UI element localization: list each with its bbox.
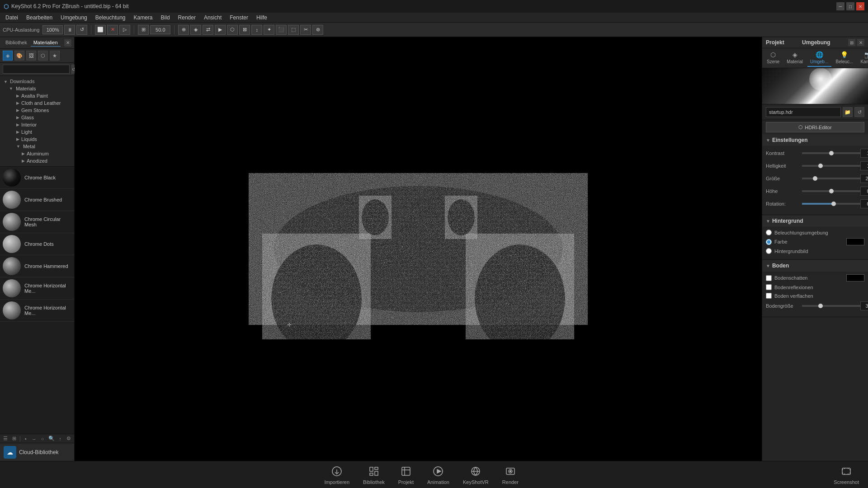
extra-btn-11[interactable]: ✂ [300, 25, 311, 35]
nav-bibliothek[interactable]: Bibliothek [363, 465, 385, 485]
render-btn-2[interactable]: ▷ [119, 25, 130, 35]
helligkeit-value[interactable] [860, 161, 868, 170]
cloud-library[interactable]: ☁ Cloud-Bibliothek [0, 443, 74, 461]
bodenverflachen-checkbox[interactable] [766, 293, 772, 299]
maximize-button[interactable]: □ [846, 2, 854, 10]
extra-btn-9[interactable]: ⬛ [276, 25, 287, 35]
hoehe-slider[interactable] [802, 190, 860, 192]
extra-btn-8[interactable]: ✦ [264, 25, 274, 35]
bodengroesse-value[interactable] [860, 301, 868, 310]
extra-btn-2[interactable]: ◈ [190, 25, 201, 35]
extra-btn-10[interactable]: ⬚ [288, 25, 299, 35]
tree-materials[interactable]: ▼ Materials [0, 85, 74, 92]
render-region-btn[interactable]: ⬜ [95, 25, 106, 35]
lib-icon-texture[interactable]: ⬡ [38, 51, 48, 61]
menu-kamera[interactable]: Kamera [130, 14, 156, 22]
farbe-radio[interactable] [766, 239, 772, 245]
rotation-slider[interactable] [802, 203, 860, 205]
hintergrundbild-radio[interactable] [766, 248, 772, 254]
small-icon[interactable]: • [23, 435, 28, 442]
extra-btn-4[interactable]: ▶ [215, 25, 226, 35]
right-tab-kamera[interactable]: 📷 Kamera [858, 49, 868, 67]
tree-root-downloads[interactable]: ▼ Downloads [0, 78, 74, 85]
medium-icon[interactable]: – [31, 435, 37, 442]
search-input[interactable] [3, 65, 70, 74]
tree-metal[interactable]: ▼ Metal [0, 143, 74, 150]
hdri-folder-btn[interactable]: 📁 [843, 107, 853, 117]
tree-light[interactable]: ▶ Light [0, 128, 74, 136]
right-tab-beleuc[interactable]: 💡 Beleuc... [833, 49, 856, 67]
beleuchtungsumgebung-radio[interactable] [766, 230, 772, 235]
right-tab-szene[interactable]: ⬡ Szene [764, 49, 782, 67]
thumb-chrome-horiz-2[interactable]: Chrome Horizontal Me... [0, 300, 74, 322]
extra-btn-1[interactable]: ⊕ [178, 25, 189, 35]
boden-header[interactable]: ▼ Boden [762, 260, 868, 272]
thumb-chrome-circular-mesh[interactable]: Chrome Circular Mesh [0, 211, 74, 233]
menu-hilfe[interactable]: Hilfe [253, 14, 271, 22]
helligkeit-slider[interactable] [802, 165, 860, 167]
tree-aluminum[interactable]: ▶ Aluminum [0, 150, 74, 157]
tree-gem-stones[interactable]: ▶ Gem Stones [0, 107, 74, 114]
nav-projekt[interactable]: Projekt [398, 465, 414, 485]
nav-importieren[interactable]: Importieren [324, 465, 349, 485]
hdri-editor-button[interactable]: ⬡ HDRI-Editor [766, 122, 864, 132]
bodenschatten-checkbox[interactable] [766, 275, 772, 281]
zoom-input[interactable] [150, 25, 170, 34]
thumb-chrome-hammered[interactable]: Chrome Hammered [0, 255, 74, 277]
extra-btn-5[interactable]: ⬡ [227, 25, 238, 35]
groesse-value[interactable] [860, 174, 868, 183]
menu-bearbeiten[interactable]: Bearbeiten [23, 14, 56, 22]
lib-icon-material[interactable]: ◈ [3, 51, 13, 61]
nav-animation[interactable]: Animation [427, 465, 449, 485]
cpu-input[interactable] [42, 25, 63, 34]
right-tab-material[interactable]: ◈ Material [784, 49, 806, 67]
titlebar-controls[interactable]: ─ □ ✕ [836, 2, 864, 10]
grid-view-icon[interactable]: ⊞ [11, 435, 17, 442]
right-tab-umgebung[interactable]: 🌐 Umgeb... [807, 49, 831, 67]
tree-glass[interactable]: ▶ Glass [0, 114, 74, 121]
nav-screenshot[interactable]: Screenshot [834, 465, 859, 485]
list-view-icon[interactable]: ☰ [3, 435, 9, 442]
nav-render[interactable]: Render [502, 465, 519, 485]
thumb-chrome-black[interactable]: Chrome Black [0, 167, 74, 189]
tab-materialien[interactable]: Materialien [31, 39, 61, 47]
large-icon[interactable]: ○ [40, 435, 46, 442]
menu-beleuchtung[interactable]: Beleuchtung [92, 14, 129, 22]
farbe-color-swatch[interactable] [846, 238, 864, 245]
reload-btn[interactable]: ↺ [76, 25, 87, 35]
search-icon[interactable]: 🔍 [48, 435, 55, 442]
kontrast-slider[interactable] [802, 152, 860, 154]
right-panel-expand[interactable]: ⊞ [848, 39, 855, 46]
hintergrund-header[interactable]: ▼ Hintergrund [762, 215, 868, 227]
tab-bibliothek[interactable]: Bibliothek [3, 39, 30, 47]
menu-ansicht[interactable]: Ansicht [200, 14, 225, 22]
menu-bild[interactable]: Bild [157, 14, 174, 22]
hoehe-value[interactable] [860, 187, 868, 196]
thumb-chrome-brushed[interactable]: Chrome Brushed [0, 189, 74, 211]
menu-fenster[interactable]: Fenster [226, 14, 252, 22]
einstellungen-header[interactable]: ▼ Einstellungen [762, 134, 868, 146]
tree-cloth-leather[interactable]: ▶ Cloth and Leather [0, 99, 74, 107]
extra-btn-6[interactable]: ⊠ [239, 25, 250, 35]
menu-umgebung[interactable]: Umgebung [57, 14, 91, 22]
hdri-filename-input[interactable] [766, 107, 841, 117]
tree-liquids[interactable]: ▶ Liquids [0, 136, 74, 143]
hdri-refresh-btn[interactable]: ↺ [854, 107, 864, 117]
viewport[interactable]: ✛ [75, 37, 762, 461]
menu-render[interactable]: Render [175, 14, 199, 22]
kontrast-value[interactable] [860, 149, 868, 158]
bodengroesse-slider[interactable] [802, 305, 860, 307]
tree-interior[interactable]: ▶ Interior [0, 121, 74, 128]
pause-btn[interactable]: ⏸ [64, 25, 75, 35]
panel-close-icon[interactable]: ✕ [64, 39, 71, 47]
close-button[interactable]: ✕ [856, 2, 864, 10]
menu-datei[interactable]: Datei [2, 14, 22, 22]
tree-axalta-paint[interactable]: ▶ Axalta Paint [0, 92, 74, 99]
minimize-button[interactable]: ─ [836, 2, 844, 10]
grid-btn[interactable]: ⊞ [138, 25, 149, 35]
thumb-chrome-dots[interactable]: Chrome Dots [0, 233, 74, 255]
lib-icon-color[interactable]: 🎨 [14, 51, 24, 61]
extra-btn-12[interactable]: ⊛ [312, 25, 323, 35]
lib-icon-image[interactable]: 🖼 [26, 51, 36, 61]
up-icon[interactable]: ↑ [57, 435, 63, 442]
